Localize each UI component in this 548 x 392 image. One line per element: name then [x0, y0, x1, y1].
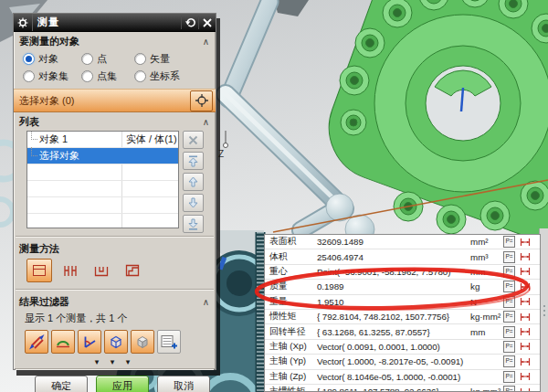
radio-point[interactable]: 点 [81, 52, 134, 66]
move-up-button[interactable] [183, 173, 204, 191]
radio-dot[interactable] [81, 70, 93, 82]
make-expression-icon[interactable]: P= [503, 266, 515, 278]
make-expression-icon[interactable]: P= [503, 371, 515, 383]
measurement-method-icons [14, 257, 216, 287]
list-cell-type[interactable]: 实体 / 体(1) [121, 132, 178, 147]
dialog-titlebar[interactable]: 测量 [14, 14, 216, 32]
reset-icon[interactable] [181, 16, 198, 29]
radio-point-set[interactable]: 点集 [81, 69, 134, 83]
table-row-principal-axis-zp[interactable]: 主轴 (Zp) Vector( 8.1046e-05, 1.0000, -0.0… [265, 370, 540, 385]
gear-icon[interactable] [14, 14, 33, 31]
collapse-icon[interactable]: ∧ [203, 38, 209, 46]
objects-section-header[interactable]: 要测量的对象 ∧ [14, 32, 216, 49]
make-expression-icon[interactable]: P= [503, 341, 515, 353]
collapse-icon[interactable]: ∧ [203, 119, 209, 126]
make-expression-icon[interactable]: P= [503, 236, 515, 248]
table-row-radius-of-gyration[interactable]: 回转半径 { 63.1268, 61.3255, 87.0557} mm P= [265, 324, 540, 339]
list-row[interactable]: 对象 1 实体 / 体(1) [27, 132, 178, 148]
move-down-button[interactable] [183, 194, 204, 212]
list-section-header[interactable]: 列表 ∧ [14, 112, 216, 130]
method-pocket-icon[interactable] [89, 259, 114, 282]
show-dimension-icon[interactable] [520, 252, 531, 261]
list-cell-name[interactable]: 选择对象 [27, 148, 121, 164]
list-row-empty[interactable] [27, 164, 178, 181]
method-posts-icon[interactable] [58, 259, 83, 282]
table-row-weight[interactable]: 重量 1.9510 N P= [265, 295, 540, 310]
select-crosshair-icon[interactable] [190, 90, 213, 111]
show-dimension-icon[interactable] [520, 357, 531, 366]
radio-dot[interactable] [23, 70, 35, 82]
radio-dot[interactable] [134, 53, 146, 65]
show-dimension-icon[interactable] [520, 313, 531, 322]
make-expression-icon[interactable]: P= [503, 326, 515, 338]
close-icon[interactable] [198, 16, 216, 29]
object-list-area: 对象 1 实体 / 体(1) 选择对象 [14, 130, 216, 234]
table-row-moments-of-inertia[interactable]: 惯性矩 { 792.8104, 748.2102, 1507.7756} kg·… [265, 310, 540, 324]
table-row-principal-axis-yp[interactable]: 主轴 (Yp) Vector( 1.0000, -8.2017e-05, -0.… [265, 355, 540, 369]
remove-item-button[interactable] [183, 131, 204, 149]
filter-box-icon[interactable] [104, 330, 128, 354]
list-row-empty[interactable] [27, 197, 178, 214]
make-expression-icon[interactable]: P= [503, 296, 515, 308]
measurement-results-table[interactable]: 表面积 32609.1489 mm² P= 体积 25406.4974 mm³ … [264, 234, 541, 392]
list-row-selected[interactable]: 选择对象 [27, 148, 178, 164]
cancel-button[interactable]: 取消 [157, 376, 210, 392]
filter-section-header[interactable]: 结果过滤器 ∧ [14, 292, 216, 310]
make-expression-icon[interactable]: P= [503, 386, 515, 392]
move-to-bottom-button[interactable] [183, 215, 204, 233]
radio-object[interactable]: 对象 [23, 52, 81, 66]
select-object-label: 选择对象 (0) [19, 94, 190, 108]
object-type-radios: 对象 点 矢量 对象集 点集 坐标系 [14, 49, 216, 88]
z-axis-label: Z [218, 149, 224, 159]
make-expression-icon[interactable]: P= [503, 355, 515, 367]
method-face-icon[interactable] [26, 259, 52, 282]
filter-summary: 显示 1 个测量，共 1 个 [14, 310, 216, 327]
table-row-centroid[interactable]: 重心 Point( -56.9001, -58.1962, 7.5780) mm… [265, 265, 540, 280]
show-dimension-icon[interactable] [520, 372, 531, 381]
dialog-footer: 确定 应用 取消 [14, 372, 216, 392]
show-dimension-icon[interactable] [520, 282, 531, 291]
radio-csys[interactable]: 坐标系 [134, 69, 216, 83]
object-list[interactable]: 对象 1 实体 / 体(1) 选择对象 [26, 131, 179, 228]
move-to-top-button[interactable] [183, 152, 204, 170]
list-buttons [183, 131, 204, 233]
filter-distance-icon[interactable] [25, 330, 48, 354]
add-to-list-icon[interactable] [157, 330, 181, 354]
table-row-surface-area[interactable]: 表面积 32609.1489 mm² P= [265, 235, 540, 249]
show-dimension-icon[interactable] [520, 342, 531, 351]
select-object-bar[interactable]: 选择对象 (0) [14, 89, 216, 112]
radio-dot[interactable] [81, 53, 93, 65]
table-row-principal-moments[interactable]: 主惯性矩 { 189.8611, 107.5788, 92.6636} kg·m… [265, 385, 540, 392]
filter-radius-icon[interactable] [51, 330, 75, 354]
radio-dot[interactable] [23, 53, 35, 65]
table-row-volume[interactable]: 体积 25406.4974 mm³ P= [265, 249, 540, 264]
apply-button[interactable]: 应用 [96, 376, 149, 392]
table-row-principal-axis-xp[interactable]: 主轴 (Xp) Vector( 0.0091, 0.0001, 1.0000) … [265, 340, 540, 355]
measure-dialog: 测量 要测量的对象 ∧ 对象 点 矢量 对象集 点集 坐标系 选择对象 (0) … [13, 13, 216, 370]
list-row-empty[interactable] [27, 214, 178, 228]
make-expression-icon[interactable]: P= [503, 251, 515, 263]
table-row-mass[interactable]: 质量 0.1989 kg P= [265, 280, 540, 294]
show-dimension-icon[interactable] [520, 238, 531, 247]
show-dimension-icon[interactable] [520, 327, 531, 336]
result-filter-icons [14, 327, 216, 356]
method-section-header: 测量方法 [14, 239, 216, 257]
collapse-icon[interactable]: ∧ [203, 299, 209, 306]
radio-object-set[interactable]: 对象集 [23, 69, 81, 83]
radio-vector[interactable]: 矢量 [134, 52, 216, 66]
ok-button[interactable]: 确定 [35, 376, 88, 392]
show-dimension-icon[interactable] [520, 267, 531, 276]
make-expression-icon[interactable]: P= [503, 281, 515, 292]
list-row-empty[interactable] [27, 181, 178, 197]
show-dimension-icon[interactable] [520, 297, 531, 306]
method-step-icon[interactable] [120, 259, 145, 282]
make-expression-icon[interactable]: P= [503, 311, 515, 323]
filter-solid-icon[interactable] [131, 330, 154, 354]
dialog-title: 测量 [33, 16, 181, 29]
expand-more-icon[interactable]: ▾ ▾ ▾ [14, 356, 216, 366]
list-cell-name[interactable]: 对象 1 [27, 132, 121, 147]
show-dimension-icon[interactable] [520, 387, 531, 392]
filter-angle-icon[interactable] [78, 330, 101, 354]
radio-dot[interactable] [134, 70, 146, 82]
